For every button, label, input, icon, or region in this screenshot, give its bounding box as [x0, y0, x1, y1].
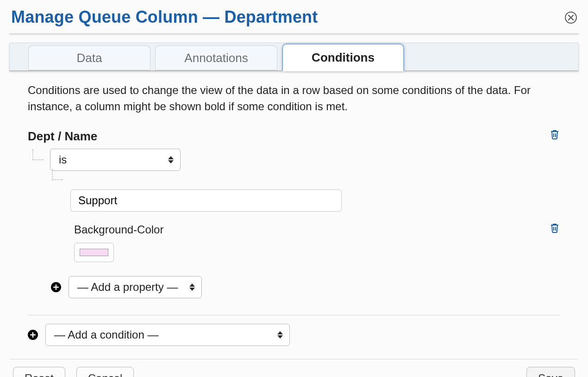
tree-branch-icon — [32, 155, 45, 165]
dropdown-caret-icon — [168, 156, 174, 163]
tab-label: Annotations — [184, 51, 248, 65]
tab-bar: Data Annotations Conditions — [9, 43, 579, 71]
add-property-icon[interactable] — [51, 282, 61, 292]
dialog-header: Manage Queue Column — Department — [0, 2, 588, 33]
tab-content: Conditions are used to change the view o… — [0, 71, 588, 303]
dialog-title: Manage Queue Column — Department — [11, 7, 318, 27]
tab-conditions[interactable]: Conditions — [282, 44, 404, 71]
color-swatch — [80, 249, 108, 256]
tab-annotations[interactable]: Annotations — [155, 45, 277, 70]
dropdown-caret-icon — [277, 331, 283, 339]
close-icon[interactable] — [565, 12, 577, 24]
add-condition-label: — Add a condition — — [54, 328, 158, 341]
cancel-button[interactable]: Cancel — [76, 367, 134, 377]
save-button[interactable]: Save — [526, 367, 575, 377]
operator-value: is — [59, 152, 67, 168]
condition-divider — [28, 315, 560, 315]
dialog-footer: Reset Cancel Save — [0, 359, 588, 377]
condition-field-label: Dept / Name — [28, 128, 97, 145]
condition-block: Dept / Name is — [28, 128, 560, 298]
operator-select[interactable]: is — [50, 149, 181, 171]
add-condition-select[interactable]: — Add a condition — — [45, 324, 290, 346]
tab-label: Data — [77, 51, 102, 65]
property-label: Background-Color — [74, 222, 163, 238]
reset-button[interactable]: Reset — [13, 367, 65, 377]
delete-property-button[interactable] — [549, 222, 560, 238]
tab-label: Conditions — [312, 50, 375, 65]
condition-value-input[interactable] — [70, 189, 342, 212]
conditions-intro-text: Conditions are used to change the view o… — [28, 82, 560, 115]
trash-icon — [549, 129, 560, 140]
delete-condition-button[interactable] — [549, 128, 560, 145]
trash-icon — [549, 222, 560, 233]
add-condition-icon[interactable] — [28, 330, 38, 340]
tab-data[interactable]: Data — [28, 45, 150, 70]
add-property-label: — Add a property — — [77, 279, 178, 295]
dropdown-caret-icon — [189, 283, 195, 291]
add-property-select[interactable]: — Add a property — — [69, 276, 202, 298]
manage-queue-column-dialog: Manage Queue Column — Department Data An… — [0, 0, 588, 377]
color-swatch-button[interactable] — [74, 243, 114, 262]
tree-branch-icon — [52, 175, 65, 185]
header-divider — [9, 33, 579, 34]
